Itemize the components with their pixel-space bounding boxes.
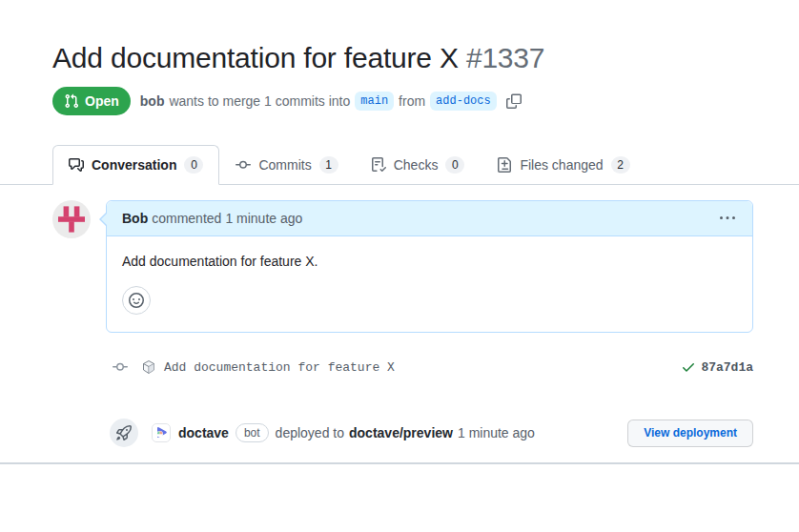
tab-label: Commits (258, 157, 311, 173)
pr-author: bob (140, 93, 165, 109)
tab-counter: 2 (611, 156, 630, 174)
comment-discussion-icon (69, 157, 84, 173)
pr-header: Add documentation for feature X #1337 Op… (0, 0, 799, 115)
comment-action: commented (152, 209, 221, 228)
pr-tabnav: Conversation 0 Commits 1 Checks 0 Files … (0, 145, 799, 185)
pr-meta-text: bob wants to merge 1 commits into main f… (140, 92, 523, 111)
commit-sha-link[interactable]: 87a7d1a (701, 360, 753, 375)
comment-header: Bob commented 1 minute ago (107, 201, 752, 236)
tab-label: Files changed (520, 157, 603, 173)
tab-counter: 0 (184, 156, 203, 174)
add-reaction-button[interactable] (122, 286, 151, 315)
head-branch-label[interactable]: add-docs (430, 92, 497, 111)
pr-meta-action: wants to merge 1 commits into (169, 93, 350, 109)
check-icon (681, 359, 696, 375)
comment-body-text: Add documentation for feature X. (122, 252, 737, 271)
pr-title-text: Add documentation for feature X (52, 42, 459, 73)
pr-number: #1337 (466, 42, 544, 73)
comment-author[interactable]: Bob (122, 209, 148, 228)
git-pull-request-icon (64, 93, 79, 109)
deployment-row: doctave bot deployed to doctave/preview … (110, 419, 753, 447)
copy-branch-button[interactable] (504, 92, 523, 111)
commit-author-avatar[interactable] (141, 359, 156, 375)
comment-timestamp: 1 minute ago (225, 209, 302, 228)
avatar[interactable] (52, 200, 91, 238)
rocket-icon (110, 419, 138, 447)
tab-commits[interactable]: Commits 1 (219, 145, 354, 184)
tab-counter: 0 (445, 156, 464, 174)
tab-conversation[interactable]: Conversation 0 (52, 145, 219, 185)
deployment-environment: doctave/preview (349, 425, 453, 440)
checklist-icon (371, 157, 386, 173)
tab-label: Conversation (92, 157, 176, 173)
git-commit-icon (236, 157, 251, 173)
file-diff-icon (497, 157, 512, 173)
tab-checks[interactable]: Checks 0 (355, 145, 481, 184)
commit-row: Add documentation for feature X 87a7d1a (112, 354, 753, 380)
bottom-divider (0, 462, 799, 464)
view-deployment-button[interactable]: View deployment (627, 419, 753, 447)
pr-timeline: Bob commented 1 minute ago Add documenta… (0, 185, 799, 462)
copy-icon (506, 93, 522, 109)
tab-counter: 1 (319, 156, 338, 174)
git-commit-icon (112, 354, 129, 380)
deployment-text: doctave bot deployed to doctave/preview … (178, 423, 535, 442)
status-badge-label: Open (85, 92, 119, 110)
commit-message-link[interactable]: Add documentation for feature X (164, 360, 395, 375)
deployment-timestamp: 1 minute ago (458, 425, 535, 440)
pr-meta-row: Open bob wants to merge 1 commits into m… (52, 87, 753, 115)
deployment-action: deployed to (276, 425, 344, 440)
commit-status: 87a7d1a (681, 359, 753, 375)
tab-files-changed[interactable]: Files changed 2 (481, 145, 645, 184)
base-branch-label[interactable]: main (355, 92, 394, 111)
smiley-icon (129, 293, 144, 308)
pr-meta-from: from (399, 93, 425, 109)
status-badge: Open (52, 87, 131, 115)
kebab-horizontal-icon (720, 211, 735, 226)
comment-options-button[interactable] (718, 209, 737, 228)
comment-row: Bob commented 1 minute ago Add documenta… (52, 200, 753, 333)
bot-badge: bot (236, 423, 269, 442)
page-title: Add documentation for feature X #1337 (52, 42, 753, 74)
tab-label: Checks (394, 157, 439, 173)
comment-bubble: Bob commented 1 minute ago Add documenta… (106, 200, 753, 333)
doctave-bot-avatar[interactable] (152, 423, 171, 442)
comment-body: Add documentation for feature X. (107, 236, 752, 332)
deployment-actor[interactable]: doctave (178, 425, 229, 440)
